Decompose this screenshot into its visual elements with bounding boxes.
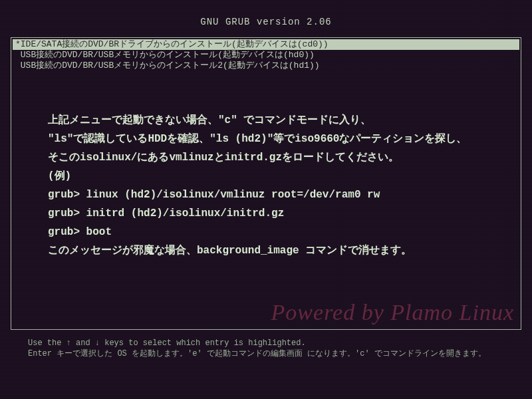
instruction-line: grub> boot [48, 223, 500, 241]
instruction-line: "ls"で認識しているHDDを確認、"ls (hd2)"等でiso9660なパー… [48, 130, 500, 148]
boot-entry[interactable]: USB接続のDVD/BR/USBメモリからのインストール(起動デバイスは(hd0… [13, 50, 519, 61]
footer-hint-line: Enter キーで選択した OS を起動します。'e' で起動コマンドの編集画面… [28, 348, 520, 359]
brand-watermark: Powered by Plamo Linux [271, 300, 514, 325]
instruction-line: grub> linux (hd2)/isolinux/vmlinuz root=… [48, 186, 500, 204]
grub-menu-box: *IDE/SATA接続のDVD/BRドライブからのインストール(起動デバイスは(… [11, 37, 521, 330]
instruction-line: (例) [48, 167, 500, 186]
boot-entry-list[interactable]: *IDE/SATA接続のDVD/BRドライブからのインストール(起動デバイスは(… [11, 38, 521, 71]
instruction-line: 上記メニューで起動できない場合、"c" でコマンドモードに入り、 [48, 111, 500, 130]
instruction-line: そこのisolinux/にあるvmlinuzとinitrd.gzをロードしてくだ… [48, 148, 500, 167]
boot-entry[interactable]: *IDE/SATA接続のDVD/BRドライブからのインストール(起動デバイスは(… [13, 39, 519, 50]
grub-header: GNU GRUB version 2.06 [0, 0, 532, 27]
instruction-block: 上記メニューで起動できない場合、"c" でコマンドモードに入り、 "ls"で認識… [48, 111, 500, 260]
footer-hint-line: Use the ↑ and ↓ keys to select which ent… [28, 338, 520, 348]
grub-footer: Use the ↑ and ↓ keys to select which ent… [28, 338, 520, 359]
boot-entry[interactable]: USB接続のDVD/BR/USBメモリからのインストール2(起動デバイスは(hd… [13, 61, 519, 71]
instruction-line: このメッセージが邪魔な場合、background_image コマンドで消せます… [48, 241, 500, 260]
instruction-line: grub> initrd (hd2)/isolinux/initrd.gz [48, 204, 500, 223]
